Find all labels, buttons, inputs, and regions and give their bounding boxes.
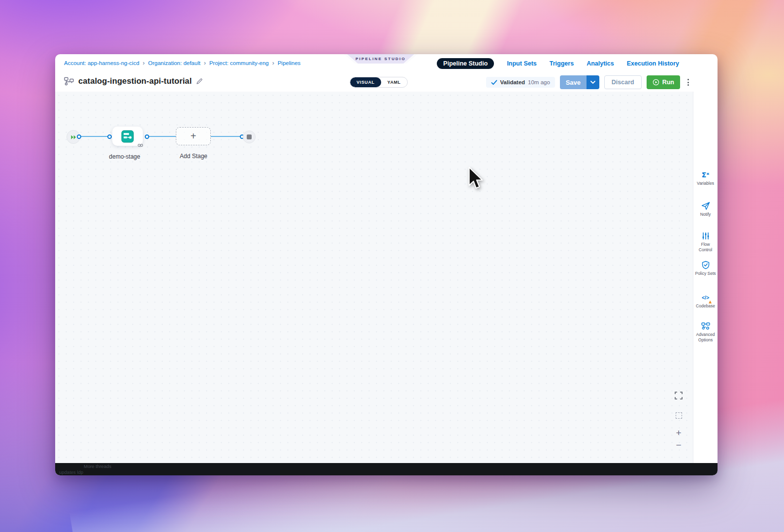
tab-execution-history[interactable]: Execution History — [627, 60, 679, 67]
edit-pencil-icon[interactable] — [196, 78, 203, 85]
run-play-icon — [653, 79, 659, 86]
tab-analytics[interactable]: Analytics — [587, 60, 614, 67]
fullscreen-button[interactable] — [673, 390, 685, 401]
pipeline-end-node — [243, 131, 256, 143]
background-terminal-strip: More threads updates ldp — [55, 463, 718, 475]
breadcrumb-pipelines[interactable]: Pipelines — [278, 60, 301, 66]
breadcrumb-project[interactable]: Project: community-eng — [209, 60, 269, 66]
validated-time: 10m ago — [528, 79, 550, 85]
run-button[interactable]: Run — [647, 75, 680, 89]
sidebar-item-label: Policy Sets — [694, 271, 717, 276]
stage-node-demo-stage[interactable] — [112, 127, 143, 146]
toolbar-actions: Validated 10m ago Save Discard Run — [486, 75, 690, 89]
connector-line — [211, 136, 242, 137]
validation-status: Validated 10m ago — [486, 77, 555, 88]
sidebar-item-label: Codebase — [694, 303, 717, 309]
pipeline-gear-icon — [701, 322, 710, 331]
run-label: Run — [662, 79, 674, 86]
breadcrumb-account[interactable]: Account: app-harness-ng-cicd — [64, 60, 139, 66]
shield-check-icon — [701, 261, 710, 269]
connector-endpoint[interactable] — [77, 134, 81, 139]
sidebar-item-notify[interactable]: Notify — [693, 201, 718, 217]
sidebar-item-flow-control[interactable]: Flow Control — [693, 232, 718, 253]
sidebar-item-label: Advanced Options — [694, 332, 717, 343]
fullscreen-icon — [675, 392, 683, 399]
breadcrumb-separator: › — [143, 60, 145, 66]
toggle-yaml[interactable]: YAML — [381, 77, 407, 87]
stage-label-demo-stage: demo-stage — [98, 153, 152, 160]
sidebar-item-label: Variables — [694, 181, 717, 186]
connector-endpoint[interactable] — [107, 134, 112, 139]
custom-stage-icon — [121, 130, 134, 143]
breadcrumb-organization[interactable]: Organization: default — [148, 60, 200, 66]
save-options-button[interactable] — [587, 75, 599, 89]
breadcrumb-separator: › — [272, 60, 274, 66]
connector-endpoint[interactable] — [145, 134, 149, 139]
sidebar-item-advanced-options[interactable]: Advanced Options — [693, 322, 718, 343]
code-icon: </> — [702, 293, 709, 302]
tab-input-sets[interactable]: Input Sets — [507, 60, 536, 67]
sidebar-item-label: Flow Control — [694, 242, 717, 253]
paper-plane-icon — [701, 201, 710, 210]
pipeline-studio-badge: PIPELINE STUDIO — [347, 54, 414, 64]
tab-triggers[interactable]: Triggers — [550, 60, 574, 67]
connector-line — [147, 136, 176, 137]
connector-line — [80, 136, 110, 137]
warning-triangle-icon — [709, 300, 712, 303]
save-split-button: Save — [560, 75, 599, 89]
save-button[interactable]: Save — [560, 75, 587, 89]
pipeline-title: catalog-ingestion-api-tutorial — [78, 76, 192, 86]
pipeline-graph-icon — [64, 77, 74, 86]
fit-square-icon — [676, 412, 682, 419]
check-icon — [491, 80, 497, 85]
add-stage-button[interactable]: + — [176, 127, 211, 145]
studio-top-nav: Pipeline Studio Input Sets Triggers Anal… — [437, 58, 679, 69]
title-bar: catalog-ingestion-api-tutorial VISUAL YA… — [55, 73, 718, 92]
stop-square-icon — [247, 134, 252, 139]
chevron-down-icon — [590, 81, 595, 84]
stage-label-add-stage: Add Stage — [166, 153, 221, 160]
pipeline-canvas[interactable]: + demo-stage Add Stage + − — [55, 92, 693, 463]
studio-right-sidebar: Σˣ Variables Notify Flow Control — [693, 92, 718, 463]
sliders-icon — [701, 232, 710, 240]
zoom-out-button[interactable]: − — [673, 439, 685, 451]
toggle-visual[interactable]: VISUAL — [350, 77, 381, 87]
discard-button[interactable]: Discard — [604, 75, 642, 89]
more-options-button[interactable] — [686, 77, 690, 88]
fit-to-screen-button[interactable] — [673, 409, 685, 421]
validated-label: Validated — [500, 79, 525, 85]
sidebar-item-codebase[interactable]: </> Codebase — [693, 293, 718, 309]
tab-pipeline-studio[interactable]: Pipeline Studio — [437, 58, 494, 69]
sidebar-item-variables[interactable]: Σˣ Variables — [693, 170, 718, 186]
visual-yaml-toggle: VISUAL YAML — [350, 77, 408, 88]
sigma-icon: Σˣ — [702, 170, 709, 179]
pipeline-studio-window: Account: app-harness-ng-cicd › Organizat… — [55, 54, 718, 475]
zoom-in-button[interactable]: + — [673, 427, 685, 439]
breadcrumb-separator: › — [204, 60, 206, 66]
stage-link-icon — [137, 143, 143, 148]
terminal-text-fragment: More threads — [84, 464, 111, 469]
sidebar-item-label: Notify — [694, 212, 717, 217]
sidebar-item-policy-sets[interactable]: Policy Sets — [693, 261, 718, 276]
mouse-cursor — [468, 166, 484, 191]
breadcrumb: Account: app-harness-ng-cicd › Organizat… — [64, 60, 300, 66]
terminal-text-fragment: updates ldp — [59, 469, 83, 475]
double-play-icon — [70, 134, 77, 140]
